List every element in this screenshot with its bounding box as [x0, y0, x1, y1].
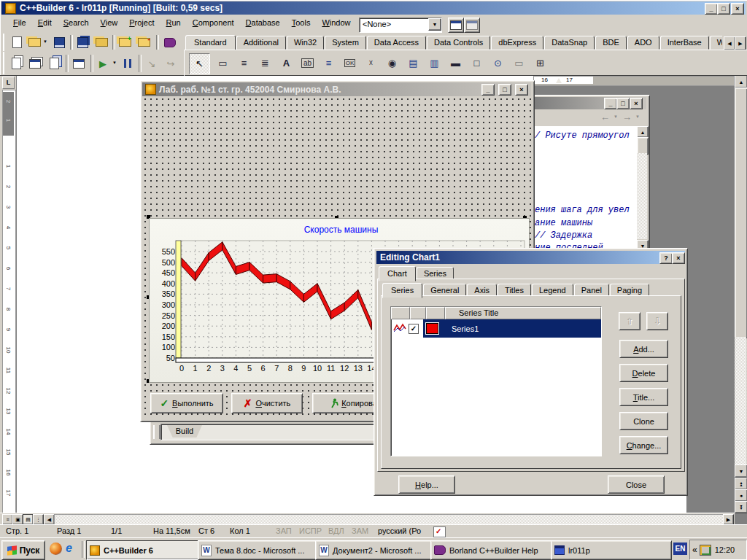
series-row[interactable]: ✓ Series1 — [391, 319, 601, 338]
save-all-button[interactable] — [74, 35, 90, 50]
editor-scrollbar[interactable]: ▲ ▼ — [637, 126, 648, 251]
save-button[interactable] — [51, 35, 67, 50]
palette-icon-button[interactable]: OK — [341, 54, 359, 72]
palette-tab[interactable]: dbExpress — [491, 36, 543, 50]
palette-icon-edit[interactable]: ab — [298, 54, 317, 72]
splitter-grip[interactable] — [153, 425, 160, 439]
form-titlebar[interactable]: Лаб. раб. №1 ст. гр. 452004 Смирнова А.В… — [142, 82, 531, 96]
step-over-button[interactable]: ↪ — [162, 55, 179, 72]
trace-into-button[interactable]: ↘ — [143, 55, 160, 72]
view-normal-icon[interactable]: ≡ — [2, 514, 13, 525]
open-button[interactable] — [26, 35, 42, 50]
palette-icon-radiogroup[interactable]: ⊙ — [489, 54, 507, 72]
ide-titlebar[interactable]: C++Builder 6 - lr011p [Running] [Built: … — [1, 1, 746, 15]
remove-file-button[interactable]: - — [136, 35, 152, 50]
series-icon-column-header[interactable] — [391, 307, 410, 319]
menu-item[interactable]: Run — [160, 15, 187, 30]
series-selected-zone[interactable]: Series1 — [423, 319, 601, 338]
word-vertical-scrollbar[interactable]: ▲ ▼ ▴▴ ● ▾▾ — [735, 75, 747, 513]
palette-icon-panel[interactable]: ▭ — [510, 54, 528, 72]
delete-button[interactable]: Delete — [619, 364, 668, 382]
nav-back-icon[interactable]: ← — [600, 112, 610, 122]
palette-icon-action-list[interactable]: ⊞ — [531, 54, 549, 72]
series-color-column-header[interactable] — [426, 307, 445, 319]
task-word-doc2[interactable]: W Документ2 - Microsoft ... — [315, 540, 433, 560]
indent-marker-icon[interactable] — [556, 78, 562, 83]
editor-close-button[interactable]: × — [630, 98, 643, 109]
spelling-status-icon[interactable]: ✓ — [433, 526, 446, 537]
editor-scrollbar-thumb[interactable] — [637, 137, 649, 155]
task-cppbuilder[interactable]: C++Builder 6 — [86, 540, 200, 560]
status-ovr-mode[interactable]: ЗАМ — [352, 525, 368, 537]
menu-item[interactable]: File — [7, 15, 32, 30]
form-minimize-button[interactable]: _ — [481, 84, 495, 96]
palette-tab[interactable]: Data Controls — [427, 36, 490, 50]
menu-item[interactable]: Project — [123, 15, 160, 30]
view-form-button[interactable] — [26, 55, 44, 72]
title-button[interactable]: Title... — [619, 388, 668, 406]
series-visible-checkbox[interactable]: ✓ — [409, 324, 419, 334]
close-button[interactable]: Close — [608, 475, 665, 494]
task-builder-help[interactable]: Borland C++Builder Help — [430, 540, 553, 560]
pause-button[interactable] — [120, 55, 136, 72]
run-dropdown-icon[interactable]: ▼ — [112, 61, 117, 65]
palette-tab[interactable]: System — [325, 36, 366, 50]
palette-icon-groupbox[interactable]: □ — [468, 54, 486, 72]
scroll-up-icon[interactable]: ▲ — [735, 75, 747, 88]
help-contents-button[interactable] — [162, 35, 178, 50]
menu-item[interactable]: Tools — [286, 15, 317, 30]
scroll-down-icon[interactable]: ▼ — [735, 464, 747, 478]
view-print-layout-icon[interactable]: ▤ — [23, 514, 34, 525]
view-web-icon[interactable]: ▣ — [12, 514, 23, 525]
nav-forward-dropdown-icon[interactable]: ▼ — [635, 114, 640, 119]
palette-tab[interactable]: BDE — [595, 36, 627, 50]
ide-maximize-button[interactable]: □ — [717, 3, 730, 15]
form-maximize-button[interactable]: □ — [498, 84, 511, 96]
palette-tab[interactable]: Win32 — [287, 36, 324, 50]
palette-icon-radio-button[interactable]: ◉ — [383, 54, 401, 72]
task-lr011p[interactable]: lr011p — [551, 540, 672, 560]
palette-tab[interactable]: DataSnap — [544, 36, 595, 50]
menu-item[interactable]: Search — [58, 15, 95, 30]
palette-icon-listbox[interactable]: ▤ — [404, 54, 422, 72]
tab-build[interactable]: Build — [167, 425, 202, 438]
save-desktop-button[interactable] — [448, 18, 464, 33]
browse-prev-icon[interactable]: ▴▴ — [735, 478, 747, 490]
browse-next-icon[interactable]: ▾▾ — [735, 501, 747, 513]
series-color-swatch[interactable] — [426, 323, 438, 334]
palette-icon-label[interactable]: A — [277, 54, 295, 72]
open-project-button[interactable] — [93, 35, 109, 50]
palette-icon-checkbox[interactable]: ☓ — [362, 54, 380, 72]
palette-selector-button[interactable]: ↖ — [189, 53, 210, 74]
clone-button[interactable]: Clone — [619, 412, 668, 430]
tray-clock[interactable]: 12:20 — [715, 545, 735, 554]
combo-dropdown-icon[interactable]: ▼ — [428, 18, 441, 31]
scrollbar-track[interactable] — [735, 337, 746, 464]
tray-clipboard-icon[interactable] — [700, 545, 711, 556]
editor-code-area[interactable]: / Рисуте прямоугол ения шага для увел ан… — [533, 126, 637, 251]
menu-item[interactable]: Component — [187, 15, 240, 30]
palette-tab[interactable]: Data Access — [367, 36, 426, 50]
palette-tab[interactable]: Additional — [236, 36, 286, 50]
palette-tab[interactable]: WebServices — [710, 36, 722, 50]
form-close-button[interactable]: × — [515, 84, 528, 96]
move-down-button[interactable]: ⇩ — [646, 312, 668, 330]
palette-icon-main-menu[interactable]: ≡ — [235, 54, 253, 72]
view-unit-button[interactable] — [7, 55, 25, 72]
editor-minimize-button[interactable]: _ — [604, 98, 617, 109]
view-outline-icon[interactable]: ⋮ — [33, 514, 44, 525]
tab-selector[interactable]: L — [2, 77, 15, 89]
editor-maximize-button[interactable]: □ — [616, 98, 630, 109]
run-toolbar-button[interactable]: ▶ — [95, 55, 111, 72]
palette-icon-memo[interactable]: ≡ — [320, 54, 338, 72]
palette-icon-popup-menu[interactable]: ≣ — [256, 54, 274, 72]
new-form-button[interactable] — [70, 55, 88, 72]
menu-item[interactable]: Database — [240, 15, 286, 30]
open-dropdown-icon[interactable]: ▼ — [43, 39, 47, 44]
add-button[interactable]: Add... — [619, 340, 668, 358]
status-ext-mode[interactable]: ВДЛ — [328, 525, 344, 537]
series-visible-column-header[interactable] — [410, 307, 426, 319]
ide-close-button[interactable]: × — [731, 3, 744, 15]
hscroll-right-icon[interactable]: ▶ — [723, 514, 734, 525]
status-track-mode[interactable]: ИСПР — [299, 525, 322, 537]
